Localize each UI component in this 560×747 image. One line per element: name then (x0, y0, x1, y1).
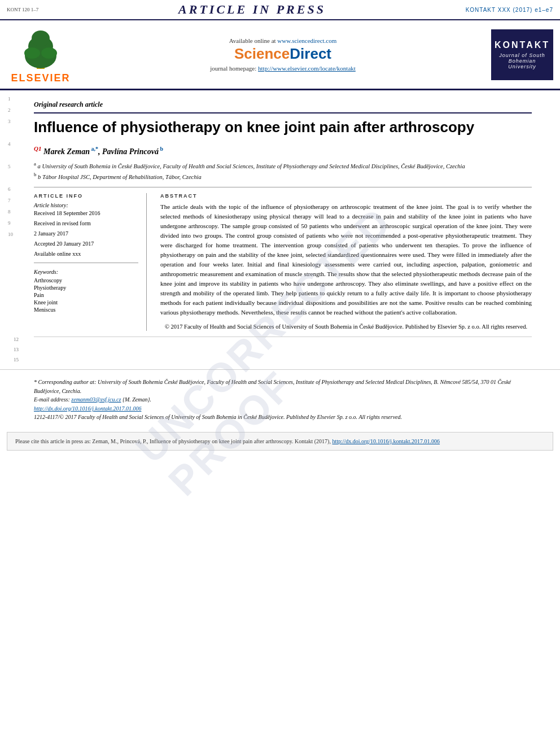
email-line: E-mail address: zemanm03@zsf.jcu.cz {M. … (34, 395, 532, 404)
corresponding-note: * Corresponding author at: University of… (34, 378, 532, 395)
affiliation-a: a a University of South Bohemia in České… (34, 160, 532, 171)
author-2-sup: b (159, 146, 163, 152)
keyword-knee-joint: Knee joint (34, 299, 138, 305)
keywords-section: Keywords: Arthroscopy Physiotherapy Pain… (34, 269, 138, 313)
issn-line: 1212-4117/© 2017 Faculty of Health and S… (34, 413, 532, 422)
svg-point-3 (32, 30, 50, 46)
journal-homepage: journal homepage: http://www.elsevier.co… (81, 65, 484, 72)
bottom-line-numbers: 12 13 15 (34, 337, 532, 365)
received-date: Received 18 September 2016 (34, 209, 138, 217)
available-online: Available online xxx (34, 250, 138, 258)
article-title: Influence of physiotherapy on knee joint… (34, 118, 532, 137)
sciencedirect-brand: ScienceDirect (81, 45, 484, 63)
science-text: Science (234, 45, 290, 62)
direct-text: Direct (290, 45, 331, 62)
email-name: {M. Zeman}. (123, 396, 151, 403)
journal-url-link[interactable]: http://www.elsevier.com/locate/kontakt (258, 65, 356, 72)
affil-b-sup: b (34, 172, 36, 177)
abstract-column: ABSTRACT The article deals with the topi… (160, 193, 532, 331)
abstract-title: ABSTRACT (160, 193, 532, 199)
keywords-label: Keywords: (34, 269, 138, 275)
elsevier-tree-icon (15, 25, 66, 70)
keyword-physiotherapy: Physiotherapy (34, 285, 138, 291)
article-type: Original research article (34, 101, 532, 109)
journal-ref-label: KONTAKT XXX (2017) e1–e7 (466, 7, 553, 13)
available-online-text: Available online at www.sciencedirect.co… (81, 37, 484, 44)
affiliation-b: b b Tábor Hospital JSC, Department of Re… (34, 171, 532, 181)
revised-date: 2 January 2017 (34, 230, 138, 238)
journal-center: Available online at www.sciencedirect.co… (81, 37, 484, 72)
accepted-date: Accepted 20 January 2017 (34, 240, 138, 248)
doi-link[interactable]: http://dx.doi.org/10.1016/j.kontakt.2017… (34, 405, 141, 412)
kontakt-logo: KONTAKT Journal of South Bohemian Univer… (491, 29, 553, 80)
info-divider (34, 263, 138, 263)
copyright-text: © 2017 Faculty of Health and Social Scie… (160, 322, 532, 331)
authors-line: Q1 Marek Zeman a,*, Pavlína Princová b (34, 145, 532, 156)
revised-label: Received in revised form (34, 220, 138, 228)
history-label: Article history: (34, 202, 138, 208)
citation-doi-link[interactable]: http://dx.doi.org/10.1016/j.kontakt.2017… (332, 438, 440, 444)
abstract-text: The article deals with the topic of the … (160, 202, 532, 318)
citation-box: Please cite this article in press as: Ze… (7, 432, 553, 451)
keyword-meniscus: Meniscus (34, 307, 138, 313)
elsevier-brand-text: ELSEVIER (7, 72, 75, 84)
article-body: UNCORRECTEDPROOF 1 2 3 4 5 6 7 8 9 10 Or… (0, 90, 560, 369)
line-num-12: 12 (14, 337, 19, 342)
email-link[interactable]: zemanm03@zsf.jcu.cz (71, 396, 121, 403)
keyword-arthroscopy: Arthroscopy (34, 277, 138, 283)
doi-line: http://dx.doi.org/10.1016/j.kontakt.2017… (34, 404, 532, 413)
article-info-title: ARTICLE INFO (34, 193, 138, 199)
line-numbers: 1 2 3 4 5 6 7 8 9 10 (8, 96, 13, 243)
citation-note: Please cite this article in press as: Ze… (15, 438, 331, 444)
keyword-pain: Pain (34, 292, 138, 298)
q1-marker: Q1 (34, 145, 41, 152)
affiliations: a a University of South Bohemia in České… (34, 160, 532, 181)
author-1-name: Marek Zeman (43, 147, 90, 155)
line-num-15: 15 (14, 357, 19, 362)
footer-section: * Corresponding author at: University of… (0, 369, 560, 426)
article-status-label: ARTICLE IN PRESS (178, 2, 326, 17)
sciencedirect-url-link[interactable]: www.sciencedirect.com (277, 37, 336, 44)
svg-point-5 (41, 47, 57, 59)
section-divider (34, 187, 532, 187)
bottom-divider (34, 337, 532, 337)
title-divider (34, 112, 532, 113)
svg-point-4 (24, 47, 40, 59)
article-info-column: ARTICLE INFO Article history: Received 1… (34, 193, 147, 331)
top-bar: KONT 120 1–7 ARTICLE IN PRESS KONTAKT XX… (0, 0, 560, 20)
elsevier-logo: ELSEVIER (7, 25, 75, 84)
kontakt-logo-text: KONTAKT Journal of South Bohemian Univer… (491, 40, 553, 69)
affil-a-sup: a (34, 161, 36, 167)
email-label: E-mail address: (34, 396, 70, 403)
journal-header: ELSEVIER Available online at www.science… (0, 20, 560, 90)
top-ref-label: KONT 120 1–7 (7, 7, 38, 12)
line-num-13: 13 (14, 347, 19, 352)
author-1-sup: a,* (90, 146, 98, 152)
author-2-name: Pavlína Princová (102, 147, 159, 155)
two-column-layout: ARTICLE INFO Article history: Received 1… (34, 193, 532, 331)
